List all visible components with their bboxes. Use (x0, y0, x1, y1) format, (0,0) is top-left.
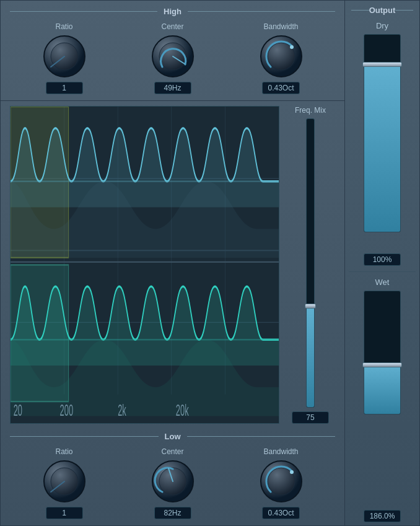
freq-mix-slider-fill (307, 306, 314, 407)
left-panel: High Ratio (1, 1, 345, 525)
low-bandwidth-group: Bandwidth (260, 447, 303, 519)
freq-mix-value: 75 (292, 411, 329, 424)
wet-section: Wet 186.0% (357, 274, 407, 525)
low-section: Low Ratio (1, 429, 344, 525)
low-label: Low (159, 432, 187, 441)
low-center-knob-svg (151, 460, 195, 503)
low-bandwidth-knob[interactable] (260, 460, 303, 503)
dry-slider-thumb[interactable] (362, 62, 402, 67)
plugin-container: High Ratio (0, 0, 420, 526)
visualizer-svg: 20 200 2k 20k (11, 107, 279, 423)
high-bandwidth-knob[interactable] (260, 35, 303, 78)
high-knob-row: Ratio (10, 22, 335, 94)
high-ratio-knob-svg (43, 35, 86, 78)
freq-mix-label: Freq. Mix (295, 106, 326, 115)
low-line-left (10, 436, 159, 437)
high-center-label: Center (161, 22, 183, 31)
output-divider (349, 271, 416, 272)
low-line-right (187, 436, 336, 437)
wet-slider-wrapper (364, 291, 401, 506)
low-bandwidth-value: 0.43Oct (262, 507, 299, 519)
low-ratio-group: Ratio (43, 447, 86, 519)
wet-slider-fill (364, 365, 400, 414)
svg-text:2k: 2k (118, 402, 126, 419)
output-line-left (351, 10, 369, 11)
high-section: High Ratio (1, 1, 344, 101)
high-center-knob-svg (151, 35, 195, 78)
output-line-right (395, 10, 413, 11)
wet-label: Wet (375, 278, 390, 287)
dry-slider-fill (364, 64, 400, 232)
high-ratio-label: Ratio (55, 22, 72, 31)
high-ratio-value: 1 (46, 82, 83, 94)
high-label: High (157, 7, 188, 16)
high-bandwidth-label: Bandwidth (263, 22, 298, 31)
svg-text:20: 20 (14, 402, 22, 419)
high-center-knob[interactable] (151, 35, 195, 78)
svg-text:20k: 20k (176, 402, 189, 419)
svg-text:200: 200 (60, 402, 73, 419)
low-center-value: 82Hz (154, 507, 191, 519)
high-bandwidth-group: Bandwidth (260, 22, 303, 94)
freq-mix-panel: Freq. Mix 75 (286, 106, 335, 424)
wet-slider-thumb[interactable] (362, 362, 402, 367)
output-header: Output (345, 1, 419, 18)
low-ratio-knob-svg (43, 460, 86, 503)
dry-slider-track[interactable] (364, 34, 401, 232)
dry-value: 100% (364, 253, 401, 266)
high-center-value: 49Hz (154, 82, 191, 94)
low-ratio-value: 1 (46, 507, 83, 519)
freq-mix-slider-track[interactable] (306, 118, 315, 408)
high-bandwidth-knob-svg (260, 35, 303, 78)
middle-section: 20 200 2k 20k Freq. Mix (1, 101, 344, 429)
dry-section: Dry 100% (357, 18, 407, 269)
wet-value: 186.0% (364, 510, 401, 522)
high-center-group: Center (151, 22, 195, 94)
visualizer: 20 200 2k 20k (10, 106, 279, 424)
high-line-right (188, 11, 335, 12)
svg-point-34 (290, 470, 294, 474)
high-bandwidth-value: 0.43Oct (262, 82, 299, 94)
wet-slider-track[interactable] (364, 291, 401, 414)
dry-slider-wrapper (364, 34, 401, 250)
low-ratio-label: Ratio (55, 447, 72, 456)
dry-label: Dry (376, 21, 388, 30)
low-center-group: Center (151, 447, 195, 519)
svg-point-8 (290, 45, 294, 49)
high-ratio-group: Ratio (43, 22, 86, 94)
freq-mix-slider-thumb[interactable] (305, 304, 316, 309)
high-section-header: High (10, 7, 335, 16)
low-bandwidth-label: Bandwidth (263, 447, 298, 456)
high-line-left (10, 11, 157, 12)
high-ratio-knob[interactable] (43, 35, 86, 78)
right-panel: Output Dry 100% Wet (345, 1, 419, 525)
low-knob-row: Ratio (10, 447, 335, 519)
low-ratio-knob[interactable] (43, 460, 86, 503)
low-center-knob[interactable] (151, 460, 195, 503)
low-center-label: Center (161, 447, 183, 456)
low-section-header: Low (10, 432, 335, 441)
output-label: Output (369, 6, 396, 15)
low-bandwidth-knob-svg (260, 460, 303, 503)
